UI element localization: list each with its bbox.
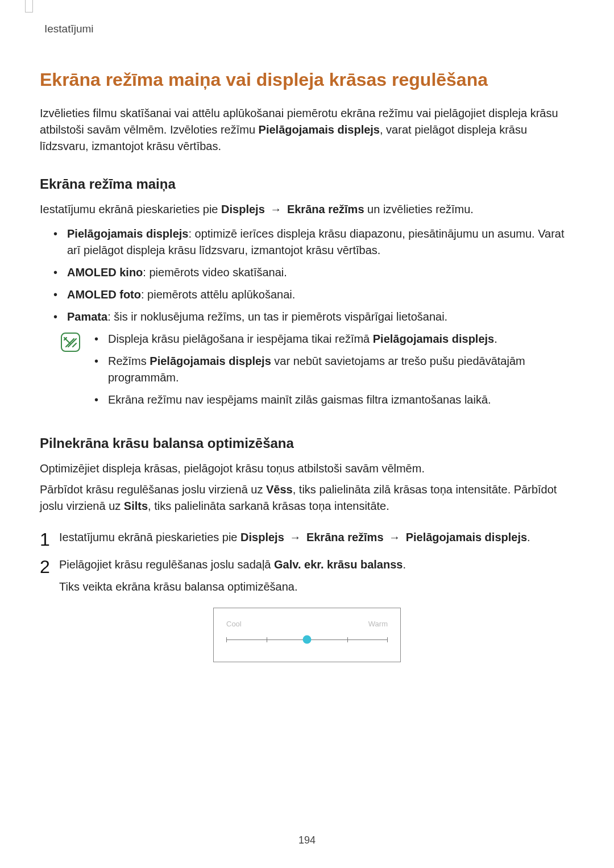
- mode-name: AMOLED kino: [67, 266, 143, 279]
- mode-item: AMOLED kino: piemērots video skatīšanai.: [45, 264, 574, 281]
- s1-lead-b1: Displejs: [221, 203, 265, 215]
- mode-item: AMOLED foto: piemērots attēlu aplūkošana…: [45, 286, 574, 303]
- mode-name: Pielāgojamais displejs: [67, 227, 188, 240]
- page-tab-edge: [25, 0, 33, 13]
- mode-item: Pamata: šis ir noklusējuma režīms, un ta…: [45, 309, 574, 325]
- step-number: 1: [40, 529, 59, 549]
- step-body: Iestatījumu ekrānā pieskarieties pie Dis…: [59, 529, 574, 549]
- mode-desc: : piemērots attēlu aplūkošanai.: [141, 288, 295, 301]
- slider-label-cool: Cool: [226, 620, 242, 628]
- note-bold: Pielāgojamais displejs: [373, 333, 494, 345]
- slider-tick: [347, 637, 348, 642]
- mode-item: Pielāgojamais displejs: optimizē ierīces…: [45, 226, 574, 259]
- section2-heading: Pilnekrāna krāsu balansa optimizēšana: [40, 435, 574, 451]
- note-block: Displeja krāsu pielāgošana ir iespējama …: [59, 331, 574, 414]
- section1-heading: Ekrāna režīma maiņa: [40, 176, 574, 192]
- p2-b2: Silts: [124, 500, 148, 512]
- p2-pre: Pārbīdot krāsu regulēšanas joslu virzien…: [40, 483, 266, 496]
- note-text: Režīms: [108, 355, 150, 367]
- note-list: Displeja krāsu pielāgošana ir iespējama …: [82, 331, 574, 414]
- arrow-icon: →: [287, 531, 303, 543]
- page-number: 194: [0, 834, 614, 846]
- intro-paragraph: Izvēlieties filmu skatīšanai vai attēlu …: [40, 105, 574, 155]
- mode-list: Pielāgojamais displejs: optimizē ierīces…: [40, 226, 574, 325]
- slider-knob: [303, 636, 312, 644]
- note-text: .: [494, 333, 497, 345]
- p2-post: , tiks palielināta sarkanā krāsas toņa i…: [148, 500, 389, 512]
- step-body: Pielāgojiet krāsu regulēšanas joslu sada…: [59, 556, 574, 595]
- note-text: Ekrāna režīmu nav iespējams mainīt zilās…: [108, 393, 491, 406]
- step-2-sub: Tiks veikta ekrāna krāsu balansa optimiz…: [59, 579, 574, 595]
- s1-lead-b2: Ekrāna režīms: [287, 203, 364, 215]
- step-2: 2 Pielāgojiet krāsu regulēšanas joslu sa…: [40, 556, 574, 595]
- slider-label-warm: Warm: [368, 620, 388, 628]
- s1-post: .: [527, 531, 530, 543]
- s1-b3: Pielāgojamais displejs: [406, 531, 527, 543]
- arrow-icon: →: [387, 531, 403, 543]
- note-item: Displeja krāsu pielāgošana ir iespējama …: [92, 331, 574, 347]
- step-number: 2: [40, 556, 59, 595]
- mode-desc: : piemērots video skatīšanai.: [143, 266, 287, 279]
- s1-lead-pre: Iestatījumu ekrānā pieskarieties pie: [40, 203, 221, 215]
- step-1: 1 Iestatījumu ekrānā pieskarieties pie D…: [40, 529, 574, 549]
- s1-pre: Iestatījumu ekrānā pieskarieties pie: [59, 531, 240, 543]
- note-text: Displeja krāsu pielāgošana ir iespējama …: [108, 333, 373, 345]
- page-title: Ekrāna režīma maiņa vai displeja krāsas …: [40, 69, 574, 90]
- page-content: Iestatījumi Ekrāna režīma maiņa vai disp…: [0, 0, 614, 662]
- slider-tick: [226, 637, 227, 642]
- note-item: Režīms Pielāgojamais displejs var nebūt …: [92, 353, 574, 386]
- color-balance-illustration: Cool Warm: [213, 608, 401, 662]
- s1-b1: Displejs: [240, 531, 284, 543]
- section2-p1: Optimizējiet displeja krāsas, pielāgojot…: [40, 460, 574, 477]
- slider-tick: [267, 637, 267, 642]
- arrow-icon: →: [268, 203, 284, 215]
- mode-name: AMOLED foto: [67, 288, 141, 301]
- section-header: Iestatījumi: [44, 23, 574, 35]
- s1-b2: Ekrāna režīms: [306, 531, 384, 543]
- section2-p2: Pārbīdot krāsu regulēšanas joslu virzien…: [40, 481, 574, 514]
- p2-b1: Vēss: [266, 483, 293, 496]
- note-bold: Pielāgojamais displejs: [150, 355, 271, 367]
- mode-desc: : šis ir noklusējuma režīms, un tas ir p…: [107, 310, 447, 323]
- s2-bold: Galv. ekr. krāsu balanss: [274, 558, 403, 571]
- intro-bold: Pielāgojamais displejs: [259, 123, 380, 136]
- section1-lead: Iestatījumu ekrānā pieskarieties pie Dis…: [40, 201, 574, 218]
- note-icon: [59, 331, 82, 414]
- s1-lead-post: un izvēlieties režīmu.: [364, 203, 474, 215]
- s2-pre: Pielāgojiet krāsu regulēšanas joslu sada…: [59, 558, 274, 571]
- slider-labels: Cool Warm: [226, 620, 388, 628]
- note-item: Ekrāna režīmu nav iespējams mainīt zilās…: [92, 392, 574, 408]
- mode-name: Pamata: [67, 310, 107, 323]
- slider-track: [226, 635, 388, 645]
- s2-post: .: [403, 558, 406, 571]
- slider-tick: [387, 637, 388, 642]
